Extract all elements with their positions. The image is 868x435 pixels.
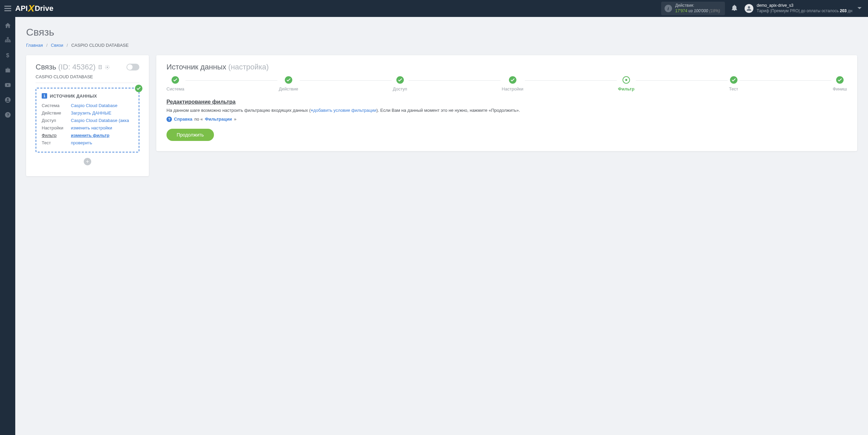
user-icon[interactable]: [4, 96, 12, 104]
youtube-icon[interactable]: [4, 81, 12, 89]
row-value-link[interactable]: изменить настройки: [71, 124, 112, 132]
add-filter-link[interactable]: +добавить условие фильтрации: [311, 108, 376, 113]
source-row: Настройкиизменить настройки: [42, 124, 133, 132]
step-label: Настройки: [502, 86, 524, 91]
help-icon[interactable]: ?: [4, 111, 12, 119]
check-icon: [135, 85, 142, 92]
section-heading: Редактирование фильтра: [166, 99, 529, 105]
settings-card: Источник данных (настройка) СистемаДейст…: [156, 55, 529, 151]
source-row: Тестпроверить: [42, 139, 133, 147]
breadcrumb-links[interactable]: Связи: [51, 43, 63, 48]
conn-name: CASPIO CLOUD DATABASE: [36, 74, 139, 83]
row-value-link[interactable]: Загрузить ДАННЫЕ: [71, 109, 111, 117]
connection-card: Связь (ID: 45362) CASPIO CLOUD DATABASE …: [26, 55, 149, 176]
dollar-icon[interactable]: $: [4, 51, 12, 59]
step-label: Доступ: [393, 86, 407, 91]
step-label: Действие: [279, 86, 298, 91]
section-description: На данном шаге возможно настроить фильтр…: [166, 107, 529, 114]
help-topic-link[interactable]: Фильтрации: [205, 117, 232, 122]
logo-text-post: Drive: [35, 4, 53, 13]
logo-x: X: [28, 3, 35, 14]
continue-button[interactable]: Продолжить: [166, 129, 214, 141]
row-value-link[interactable]: Caspio Cloud Database (акка: [71, 117, 129, 124]
step-действие[interactable]: Действие: [279, 76, 298, 91]
help-row: ? Справка по «Фильтрации»: [166, 117, 529, 122]
hamburger-button[interactable]: [0, 0, 15, 17]
source-row: СистемаCaspio Cloud Database: [42, 102, 133, 109]
enable-toggle[interactable]: [126, 64, 139, 70]
settings-title: Источник данных (настройка): [166, 63, 529, 71]
row-label: Настройки: [42, 124, 71, 132]
step-label: Система: [166, 86, 184, 91]
row-label: Тест: [42, 139, 71, 147]
source-badge: 1: [42, 93, 47, 99]
brand-logo[interactable]: APIXDrive: [15, 3, 53, 14]
source-row: ДействиеЗагрузить ДАННЫЕ: [42, 109, 133, 117]
row-value-link[interactable]: проверить: [71, 139, 92, 147]
page-title: Связь: [26, 26, 529, 38]
check-icon: [509, 76, 516, 84]
gear-icon[interactable]: [105, 65, 110, 70]
help-badge-icon: ?: [166, 117, 172, 122]
source-row: Фильтризменить фильтр: [42, 132, 133, 139]
sidebar: $ ?: [0, 17, 15, 266]
stepper: СистемаДействиеДоступНастройкиФильтрТест…: [166, 76, 529, 91]
row-label: Фильтр: [42, 132, 71, 139]
svg-text:?: ?: [7, 112, 9, 117]
check-icon: [285, 76, 292, 84]
svg-point-5: [106, 66, 108, 68]
svg-text:$: $: [6, 52, 9, 59]
step-настройки[interactable]: Настройки: [502, 76, 524, 91]
source-block: 1 ИСТОЧНИК ДАННЫХ СистемаCaspio Cloud Da…: [36, 88, 139, 152]
logo-text-pre: API: [15, 4, 28, 13]
row-label: Действие: [42, 109, 71, 117]
check-icon: [172, 76, 179, 84]
step-система[interactable]: Система: [166, 76, 184, 91]
check-icon: [396, 76, 404, 84]
breadcrumb-home[interactable]: Главная: [26, 43, 43, 48]
step-доступ[interactable]: Доступ: [393, 76, 407, 91]
main-content: Связь Главная / Связи / CASPIO CLOUD DAT…: [15, 17, 529, 266]
row-label: Доступ: [42, 117, 71, 124]
briefcase-icon[interactable]: [4, 66, 12, 74]
topbar: APIXDrive i Действия: 17'974 из 100'000 …: [0, 0, 529, 17]
add-block-button[interactable]: +: [84, 158, 91, 165]
help-link[interactable]: Справка: [174, 117, 192, 122]
conn-id: (ID: 45362): [58, 63, 96, 71]
row-value-link[interactable]: изменить фильтр: [71, 132, 110, 139]
breadcrumb-current: CASPIO CLOUD DATABASE: [71, 43, 129, 48]
row-value-link[interactable]: Caspio Cloud Database: [71, 102, 117, 109]
source-row: ДоступCaspio Cloud Database (акка: [42, 117, 133, 124]
copy-icon[interactable]: [98, 65, 103, 70]
sitemap-icon[interactable]: [4, 37, 12, 44]
row-label: Система: [42, 102, 71, 109]
conn-title: Связь: [36, 63, 56, 71]
breadcrumb: Главная / Связи / CASPIO CLOUD DATABASE: [26, 43, 529, 48]
source-title: ИСТОЧНИК ДАННЫХ: [50, 94, 97, 99]
home-icon[interactable]: [4, 22, 12, 29]
